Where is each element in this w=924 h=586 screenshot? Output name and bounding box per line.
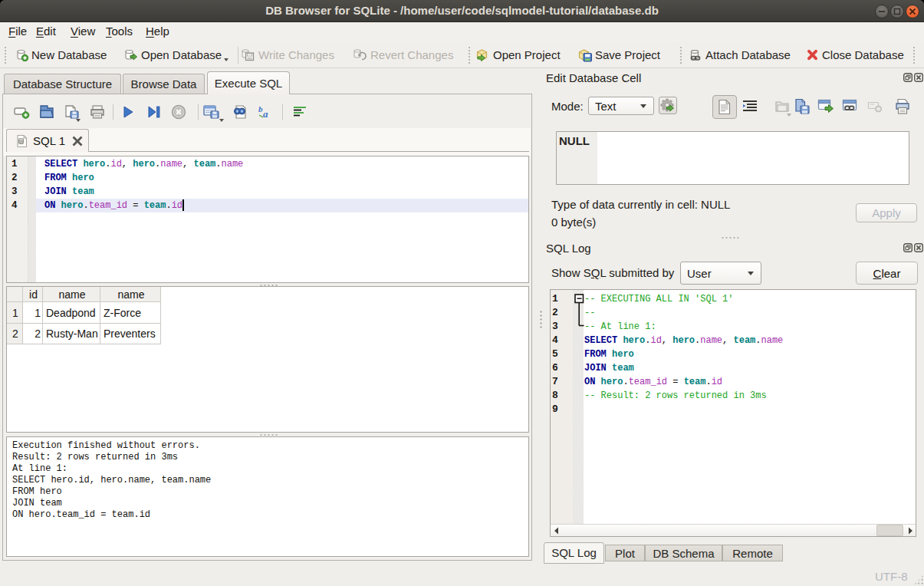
svg-text:a: a [263,108,268,120]
